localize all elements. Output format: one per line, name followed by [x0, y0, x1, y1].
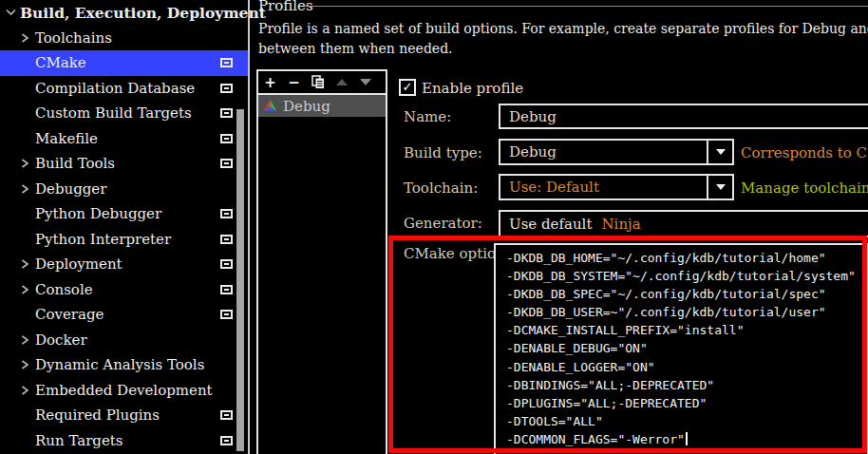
manage-toolchains-link[interactable]: Manage toolchains...	[741, 180, 868, 197]
sidebar-group-build-execution-deployment[interactable]: Build, Execution, Deployment	[0, 0, 249, 26]
toolchain-value: Use: Default	[509, 179, 599, 196]
toolchain-combobox[interactable]: Use: Default	[499, 174, 734, 200]
sidebar-item-label: Makefile	[35, 130, 98, 147]
profile-list-item-debug[interactable]: Debug	[258, 95, 386, 117]
sidebar-item-docker[interactable]: Docker	[0, 328, 249, 353]
name-value: Debug	[509, 108, 557, 125]
sidebar-item-run-targets[interactable]: Run Targets	[0, 428, 249, 454]
sidebar-item-label: Run Targets	[35, 432, 123, 449]
section-rule	[304, 6, 868, 7]
project-setting-icon	[220, 108, 233, 118]
chevron-down-icon	[716, 184, 726, 190]
sidebar-item-label: Python Debugger	[35, 205, 161, 222]
generator-field[interactable]: Use default Ninja	[499, 210, 868, 237]
copy-profile-button[interactable]	[306, 71, 330, 93]
sidebar-item-coverage[interactable]: Coverage	[0, 302, 249, 328]
arrow-down-icon	[360, 79, 371, 85]
text-caret	[686, 432, 688, 445]
enable-profile-label[interactable]: Enable profile	[422, 80, 523, 97]
project-setting-icon	[220, 209, 233, 218]
copy-icon	[311, 75, 325, 89]
project-setting-icon	[220, 84, 233, 93]
sidebar-item-label: Debugger	[35, 180, 106, 198]
profiles-description-line2: between them when needed.	[258, 39, 868, 59]
chevron-right-icon[interactable]	[21, 334, 35, 346]
project-setting-icon	[220, 134, 233, 143]
cmake-option-line: -DKDB_DB_HOME="~/.config/kdb/tutorial/ho…	[506, 249, 867, 267]
cmake-options-textarea[interactable]: -DKDB_DB_HOME="~/.config/kdb/tutorial/ho…	[494, 243, 868, 454]
project-setting-icon	[220, 410, 233, 420]
build-type-combobox[interactable]: Debug	[499, 139, 734, 165]
chevron-right-icon[interactable]	[21, 158, 35, 169]
sidebar-item-makefile[interactable]: Makefile	[0, 126, 249, 152]
chevron-right-icon[interactable]	[21, 359, 35, 370]
toolchain-label: Toolchain:	[404, 180, 478, 197]
cmake-option-line: -DCMAKE_INSTALL_PREFIX="install"	[506, 321, 867, 339]
sidebar-item-custom-build-targets[interactable]: Custom Build Targets	[0, 101, 249, 126]
generator-value-accent: Ninja	[601, 216, 640, 233]
sidebar-item-label: Dynamic Analysis Tools	[35, 356, 204, 373]
sidebar-item-label: CMake	[35, 54, 86, 71]
sidebar-item-label: Embedded Development	[35, 382, 213, 399]
chevron-down-icon	[6, 9, 20, 16]
cmake-option-line: -DKDB_DB_USER=~"/.config/kdb/tutorial/us…	[506, 303, 867, 321]
move-down-button[interactable]	[353, 71, 377, 93]
sidebar-item-deployment[interactable]: Deployment	[0, 252, 249, 277]
build-type-hint: Corresponds to CMAKE	[741, 144, 868, 161]
sidebar-item-cmake[interactable]: CMake	[0, 50, 249, 76]
cmake-option-line: -DKDB_DB_SPEC="~/.config/kdb/tutorial/sp…	[506, 285, 867, 303]
sidebar-scrollbar-thumb[interactable]	[236, 109, 244, 451]
cmake-option-line: -DBINDINGS="ALL;-DEPRECATED"	[506, 376, 867, 394]
sidebar-item-label: Console	[35, 281, 93, 298]
sidebar-item-label: Deployment	[35, 255, 123, 273]
sidebar-item-python-interpreter[interactable]: Python Interpreter	[0, 227, 249, 253]
name-input[interactable]: Debug	[499, 104, 868, 129]
build-type-value: Debug	[509, 143, 557, 161]
sidebar-item-toolchains[interactable]: Toolchains	[0, 26, 249, 51]
chevron-down-icon	[716, 149, 726, 155]
project-setting-icon	[220, 310, 233, 319]
combo-dropdown-button[interactable]	[707, 176, 732, 199]
chevron-right-icon[interactable]	[21, 183, 35, 195]
project-setting-icon	[220, 259, 233, 269]
arrow-up-icon	[336, 79, 348, 85]
cmake-option-line: -DENABLE_LOGGER="ON"	[506, 358, 867, 376]
move-up-button[interactable]	[330, 71, 353, 93]
sidebar-item-label: Required Plugins	[35, 407, 160, 424]
sidebar-item-python-debugger[interactable]: Python Debugger	[0, 201, 249, 227]
remove-profile-button[interactable]: −	[282, 71, 306, 93]
project-setting-icon	[220, 285, 233, 294]
sidebar-item-label: Docker	[35, 331, 87, 349]
sidebar-item-embedded-development[interactable]: Embedded Development	[0, 378, 249, 404]
add-profile-button[interactable]: +	[258, 71, 282, 93]
sidebar-item-label: Coverage	[35, 306, 104, 323]
sidebar-item-build-tools[interactable]: Build Tools	[0, 151, 249, 177]
chevron-right-icon[interactable]	[21, 284, 35, 295]
sidebar-item-debugger[interactable]: Debugger	[0, 177, 249, 202]
sidebar-item-compilation-database[interactable]: Compilation Database	[0, 76, 249, 102]
sidebar-tree: ToolchainsCMakeCompilation DatabaseCusto…	[0, 26, 249, 454]
sidebar-item-label: Build Tools	[35, 155, 115, 172]
profiles-toolbar: + −	[258, 71, 386, 95]
cmake-logo-icon	[263, 100, 277, 112]
cmake-settings-panel: Profiles Profile is a named set of build…	[250, 0, 868, 454]
cmake-option-line: -DTOOLS="ALL"	[506, 412, 867, 430]
profiles-description-line1: Profile is a named set of build options.…	[258, 19, 868, 39]
name-label: Name:	[404, 108, 451, 125]
combo-dropdown-button[interactable]	[707, 141, 732, 163]
settings-tree-sidebar: Build, Execution, Deployment ToolchainsC…	[0, 0, 249, 454]
project-setting-icon	[220, 436, 233, 445]
project-setting-icon	[220, 159, 233, 168]
chevron-right-icon[interactable]	[21, 385, 35, 396]
chevron-right-icon[interactable]	[21, 32, 35, 44]
profile-name-label: Debug	[283, 98, 330, 115]
enable-profile-checkbox[interactable]: ✓	[399, 79, 416, 96]
generator-label: Generator:	[404, 215, 482, 232]
chevron-right-icon[interactable]	[21, 258, 35, 270]
generator-value: Use default	[509, 216, 592, 233]
sidebar-item-dynamic-analysis-tools[interactable]: Dynamic Analysis Tools	[0, 352, 249, 378]
sidebar-item-console[interactable]: Console	[0, 277, 249, 303]
sidebar-item-required-plugins[interactable]: Required Plugins	[0, 403, 249, 428]
profiles-section-title: Profiles	[258, 0, 313, 14]
cmake-option-line: -DCOMMON_FLAGS="-Werror"	[506, 430, 867, 448]
